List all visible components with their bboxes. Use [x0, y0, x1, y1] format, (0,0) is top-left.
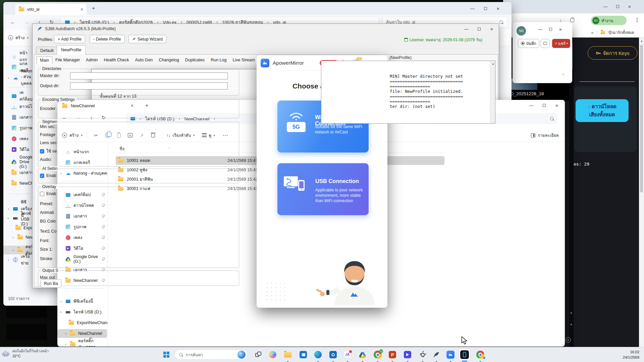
sidebar-item-documents[interactable]: เอกสาร: [3, 113, 32, 122]
tab-close-icon[interactable]: ×: [80, 7, 83, 12]
sidebar-item-google-drive[interactable]: Google Drive (G:): [3, 158, 32, 166]
taskbar-clock[interactable]: 16:02 24/1/2569: [623, 349, 639, 360]
clipchamp-button[interactable]: [401, 349, 414, 361]
browser-minimize-button[interactable]: —: [600, 3, 610, 10]
download-icon[interactable]: ↓: [559, 17, 562, 22]
tab-duplicates[interactable]: Duplicates: [182, 56, 208, 64]
nc-maximize-button[interactable]: [539, 102, 549, 109]
console-scrollbar[interactable]: ▲: [490, 61, 495, 123]
tab-admin[interactable]: Admin: [83, 56, 101, 64]
file-explorer-button[interactable]: [282, 349, 294, 361]
taskbar-search[interactable]: การค้นหา: [174, 350, 248, 360]
zoom-control-icon[interactable]: +: [566, 337, 571, 343]
page-scrollbar[interactable]: ▼ ▼: [569, 38, 574, 347]
record-button[interactable]: บันทึก: [518, 39, 539, 48]
delete-profile-button[interactable]: - Delete Profile: [90, 35, 125, 43]
chevron-down-icon[interactable]: ›: [59, 310, 63, 314]
edge-button[interactable]: [312, 349, 324, 361]
share-button[interactable]: ↗แชร์▾: [552, 39, 570, 48]
sidebar-item-downloads[interactable]: ↓ดาวน์โหลด: [3, 102, 32, 111]
manage-keys-button[interactable]: จัดการ Keys: [588, 46, 637, 60]
sidebar-item-videos[interactable]: ▶วิดีโอ: [3, 145, 32, 154]
weather-widget[interactable]: ฝนในอีกไม่กี่วันข้างหน้า 32°C: [2, 348, 49, 358]
sj88-close-button[interactable]: ×: [487, 25, 497, 33]
output-dir-input[interactable]: [70, 82, 228, 89]
sidebar-item-desktop[interactable]: เดสก์ท็อป: [3, 92, 32, 100]
new-tab-icon[interactable]: +: [92, 5, 95, 11]
chevron-right-icon[interactable]: ›: [7, 207, 10, 211]
usb-connection-card[interactable]: USB Connection Applicable to poor networ…: [277, 163, 369, 215]
sidebar-item-network[interactable]: ›เครือข่าย: [3, 255, 32, 264]
nc-close-button[interactable]: ×: [552, 102, 562, 109]
sidebar-item-pictures[interactable]: รูปภาพ: [3, 124, 32, 132]
setup-wizard-button[interactable]: Setup Wizard: [128, 35, 166, 43]
tab-run-log[interactable]: Run Log: [208, 56, 229, 64]
sidebar-item-folder[interactable]: ›NewChannel: [3, 233, 32, 242]
tab-main[interactable]: Main: [37, 56, 52, 64]
illustrator-button[interactable]: /A: [341, 349, 354, 361]
tab-auto-gen[interactable]: Auto Gen: [132, 56, 156, 64]
sj88-app-button[interactable]: [430, 349, 442, 361]
comment-button[interactable]: [541, 39, 550, 48]
add-profile-button[interactable]: + Add Profile: [54, 35, 85, 43]
sidebar-item-folder[interactable]: ›คอร์สติ๊กต๊อก2026: [57, 340, 108, 347]
extensions-puzzle-icon[interactable]: [570, 18, 574, 22]
sidebar-item-music[interactable]: ♪เพลง: [3, 134, 32, 143]
start-button[interactable]: [160, 349, 172, 361]
chevron-down-icon[interactable]: ›: [563, 72, 564, 77]
chevron-down-icon[interactable]: ›: [7, 216, 10, 220]
nr-minimize-button[interactable]: —: [537, 25, 544, 33]
settings-button[interactable]: [417, 349, 429, 361]
sidebar-item-folder-selected[interactable]: ›NewChannel: [57, 329, 107, 338]
forward-icon[interactable]: →: [24, 19, 30, 25]
tab-live-stream[interactable]: Live Stream: [229, 56, 258, 64]
browser-profile-pill[interactable]: SJ ทำงาน: [591, 16, 627, 25]
sidebar-item-folder[interactable]: ExportNewChanel: [57, 318, 108, 327]
profile-tab-newprofile[interactable]: NewProfile: [57, 45, 86, 55]
checkbox-checked[interactable]: ✓: [40, 149, 44, 154]
sidebar-item-folder[interactable]: เอกสาร: [3, 168, 32, 177]
chevron-right-icon[interactable]: ›: [64, 342, 67, 346]
search-icon[interactable]: [499, 20, 503, 24]
chevron-right-icon[interactable]: ›: [7, 76, 10, 80]
nc-minimize-button[interactable]: —: [526, 102, 536, 109]
sidebar-item-usb-drive[interactable]: ›ไดรฟ์ USB (D:): [3, 214, 32, 223]
nr-maximize-button[interactable]: [547, 25, 554, 33]
scroll-up-icon[interactable]: ▲: [640, 40, 643, 43]
task-view-button[interactable]: [252, 349, 264, 361]
sidebar-item-this-pc[interactable]: ›พีซีเครื่องนี้: [57, 297, 108, 306]
phone-mirror-active-button[interactable]: [459, 349, 471, 361]
bookmarks-overflow-icon[interactable]: »: [591, 30, 594, 35]
chevron-right-icon[interactable]: ›: [7, 258, 10, 262]
search-icon[interactable]: [550, 117, 554, 121]
chrome-button[interactable]: [474, 349, 486, 361]
new-button[interactable]: + สร้าง ▾: [8, 35, 29, 41]
sidebar-item-usb-drive[interactable]: ›ไดรฟ์ USB (D:): [57, 308, 108, 316]
scroll-down-icon[interactable]: ▼: [570, 323, 573, 326]
chevron-right-icon[interactable]: ›: [11, 248, 15, 252]
tab-health-check[interactable]: Health Check: [101, 56, 132, 64]
profile-tab-default[interactable]: Default: [36, 47, 58, 55]
chevron-right-icon[interactable]: ›: [59, 299, 63, 303]
apowermirror-button[interactable]: [444, 349, 457, 361]
store-button[interactable]: [297, 349, 309, 361]
browser-menu-icon[interactable]: [637, 19, 638, 20]
chevron-right-icon[interactable]: ›: [64, 331, 67, 336]
chevron-right-icon[interactable]: ›: [11, 235, 15, 239]
window-minimize-button[interactable]: —: [468, 5, 478, 12]
details-button[interactable]: รายละเอียด: [531, 132, 565, 139]
sj88-minimize-button[interactable]: —: [461, 25, 471, 33]
google-drive-button[interactable]: [357, 349, 369, 361]
tab-vdo-ai[interactable]: vdo_ai ×: [15, 4, 87, 15]
window-close-button[interactable]: ×: [493, 5, 503, 12]
scroll-down-icon[interactable]: ▼: [570, 312, 573, 315]
checkbox-checked[interactable]: ✓: [40, 174, 44, 178]
outlook-button[interactable]: O: [327, 349, 339, 361]
sidebar-item-onedrive[interactable]: ›☁Narong - ส่วนบุคคล: [3, 73, 32, 82]
chrome-profile-button[interactable]: SJ: [372, 349, 384, 361]
sidebar-item-home[interactable]: ⌂หน้าแรก: [3, 52, 32, 61]
checkbox-unchecked[interactable]: ✓: [40, 192, 44, 196]
master-dir-input[interactable]: [70, 72, 228, 79]
back-icon[interactable]: ←: [10, 19, 15, 25]
copilot-button[interactable]: [267, 349, 279, 361]
